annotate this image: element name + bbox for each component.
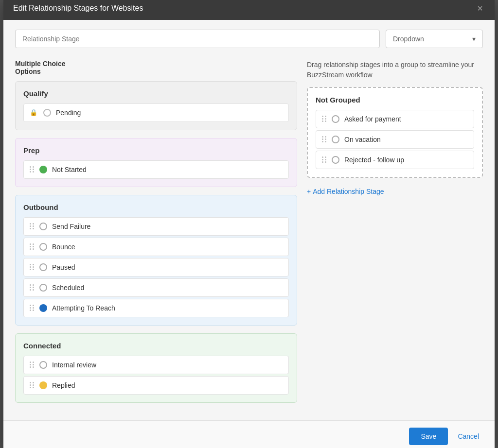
- radio-indicator-rejected-followup: [332, 156, 339, 164]
- stage-label-internal-review: Internal review: [52, 361, 96, 369]
- dropdown-label: Dropdown: [393, 35, 424, 43]
- radio-indicator-paused: [39, 263, 47, 271]
- stage-label-asked-payment: Asked for payment: [344, 115, 401, 123]
- drag-handle-attempting: [30, 305, 35, 311]
- save-button[interactable]: Save: [409, 428, 448, 445]
- stage-label-not-started: Not Started: [52, 166, 87, 173]
- stage-label-paused: Paused: [52, 263, 75, 271]
- radio-indicator-replied: [39, 381, 47, 389]
- stage-label-rejected-followup: Rejected - follow up: [344, 156, 404, 164]
- stage-item-internal-review[interactable]: Internal review: [23, 356, 289, 374]
- dropdown-arrow-icon: ▾: [472, 35, 476, 43]
- radio-indicator-send-failure: [39, 223, 47, 230]
- radio-indicator-on-vacation: [332, 136, 339, 143]
- drag-handle-replied: [30, 382, 35, 388]
- not-grouped-box: Not Grouped Asked for payment On vacatio…: [307, 87, 483, 178]
- radio-indicator-asked-payment: [332, 115, 339, 123]
- group-connected-title: Connected: [23, 342, 289, 350]
- plus-icon: +: [307, 188, 311, 195]
- modal-footer: Save Cancel: [3, 420, 495, 448]
- stage-item-attempting[interactable]: Attempting To Reach: [23, 299, 289, 317]
- stage-item-scheduled[interactable]: Scheduled: [23, 278, 289, 297]
- section-label: Multiple ChoiceOptions: [15, 60, 297, 75]
- group-prep: Prep Not Started: [15, 138, 297, 187]
- ungrouped-item-asked-payment[interactable]: Asked for payment: [316, 110, 474, 128]
- lock-icon: 🔒: [30, 109, 37, 116]
- drag-handle-scheduled: [30, 284, 35, 291]
- group-outbound: Outbound Send Failure Bounce: [15, 195, 297, 326]
- ungrouped-item-rejected-followup[interactable]: Rejected - follow up: [316, 151, 474, 169]
- stage-label-replied: Replied: [52, 381, 75, 389]
- ungrouped-item-on-vacation[interactable]: On vacation: [316, 130, 474, 149]
- drag-handle-not-started: [30, 166, 35, 172]
- stage-label-pending: Pending: [56, 109, 81, 117]
- left-panel: Multiple ChoiceOptions Qualify 🔒 Pending…: [15, 60, 297, 411]
- stage-item-replied[interactable]: Replied: [23, 376, 289, 395]
- drag-handle-on-vacation: [322, 136, 327, 142]
- group-outbound-title: Outbound: [23, 203, 289, 211]
- main-content: Multiple ChoiceOptions Qualify 🔒 Pending…: [15, 60, 483, 411]
- stage-item-not-started[interactable]: Not Started: [23, 160, 289, 179]
- stage-label-attempting: Attempting To Reach: [52, 304, 115, 312]
- add-stage-label: Add Relationship Stage: [313, 188, 384, 195]
- stage-item-send-failure[interactable]: Send Failure: [23, 217, 289, 236]
- stage-label-on-vacation: On vacation: [344, 136, 381, 143]
- right-panel: Drag relationship stages into a group to…: [307, 60, 483, 197]
- cancel-button[interactable]: Cancel: [454, 428, 483, 445]
- radio-indicator-not-started: [39, 166, 47, 173]
- dropdown-selector[interactable]: Dropdown ▾: [386, 30, 483, 48]
- drag-handle-rejected-followup: [322, 156, 327, 163]
- field-row: Dropdown ▾: [15, 30, 483, 48]
- radio-indicator-scheduled: [39, 284, 47, 292]
- add-stage-button[interactable]: + Add Relationship Stage: [307, 186, 384, 197]
- group-qualify: Qualify 🔒 Pending: [15, 81, 297, 130]
- modal-title: Edit Relationship Stages for Websites: [13, 4, 143, 13]
- radio-indicator-pending: [43, 109, 51, 117]
- stage-item-bounce[interactable]: Bounce: [23, 238, 289, 256]
- drag-handle-send-failure: [30, 223, 35, 229]
- close-button[interactable]: ×: [475, 3, 485, 13]
- radio-indicator-bounce: [39, 243, 47, 251]
- stage-label-scheduled: Scheduled: [52, 284, 84, 292]
- group-prep-title: Prep: [23, 146, 289, 155]
- group-connected: Connected Internal review Replied: [15, 333, 297, 403]
- group-qualify-title: Qualify: [23, 89, 289, 98]
- stage-item-paused[interactable]: Paused: [23, 258, 289, 276]
- modal-header: Edit Relationship Stages for Websites ×: [3, 0, 495, 20]
- drag-handle-bounce: [30, 243, 35, 250]
- relationship-stage-input[interactable]: [15, 30, 380, 48]
- stage-label-bounce: Bounce: [52, 243, 75, 251]
- drag-handle-asked-payment: [322, 116, 327, 122]
- drag-handle-internal-review: [30, 362, 35, 368]
- stage-item-pending[interactable]: 🔒 Pending: [23, 103, 289, 122]
- modal-body: Dropdown ▾ Multiple ChoiceOptions Qualif…: [3, 20, 495, 420]
- radio-indicator-attempting: [39, 304, 47, 312]
- drag-hint: Drag relationship stages into a group to…: [307, 60, 483, 80]
- not-grouped-title: Not Grouped: [316, 96, 474, 104]
- stage-label-send-failure: Send Failure: [52, 223, 90, 230]
- radio-indicator-internal-review: [39, 361, 47, 369]
- drag-handle-paused: [30, 264, 35, 270]
